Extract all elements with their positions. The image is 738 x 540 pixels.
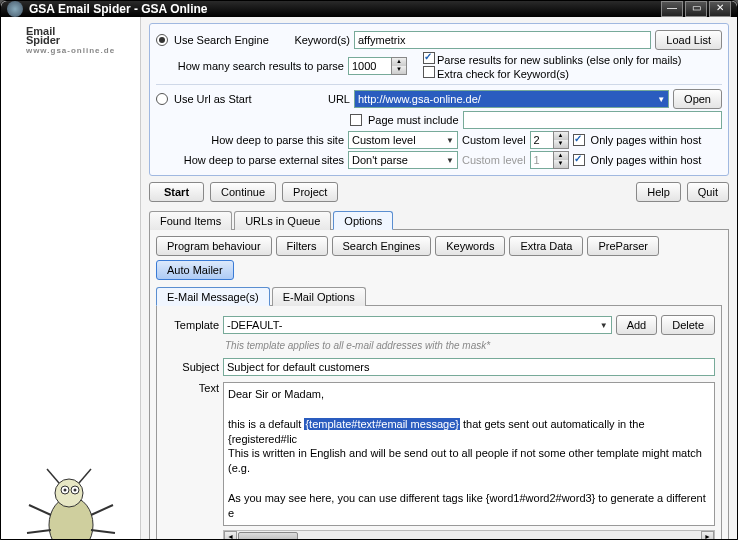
spin-up-icon[interactable]: ▲ — [392, 58, 406, 66]
main-panel: Use Search Engine Keyword(s) Load List H… — [141, 17, 737, 540]
only-host1-checkbox[interactable] — [573, 134, 585, 146]
scroll-thumb[interactable] — [238, 532, 298, 540]
program-behaviour-button[interactable]: Program behaviour — [156, 236, 272, 256]
url-label: URL — [286, 93, 350, 105]
source-group: Use Search Engine Keyword(s) Load List H… — [149, 23, 729, 176]
deep-site-label: How deep to parse this site — [156, 134, 344, 146]
horizontal-scrollbar[interactable]: ◄ ► — [223, 530, 715, 540]
scroll-left-icon[interactable]: ◄ — [224, 531, 237, 540]
svg-line-6 — [47, 469, 59, 483]
use-url-radio[interactable] — [156, 93, 168, 105]
keyword-input[interactable] — [354, 31, 651, 49]
project-button[interactable]: Project — [282, 182, 338, 202]
deep-site-combo[interactable]: Custom level▼ — [348, 131, 458, 149]
deep-ext-combo[interactable]: Don't parse▼ — [348, 151, 458, 169]
only-host1-label: Only pages within host — [591, 134, 702, 146]
add-button[interactable]: Add — [616, 315, 658, 335]
quit-button[interactable]: Quit — [687, 182, 729, 202]
page-include-label: Page must include — [368, 114, 459, 126]
minimize-button[interactable]: — — [661, 1, 683, 17]
app-icon — [7, 1, 23, 17]
extra-check-label: Extra check for Keyword(s) — [437, 68, 569, 80]
custom-level1-label: Custom level — [462, 134, 526, 146]
svg-point-4 — [63, 488, 66, 491]
tab-options[interactable]: Options — [333, 211, 393, 230]
action-bar: Start Continue Project Help Quit — [149, 182, 729, 202]
logo-line2: Spider — [26, 36, 115, 45]
auto-mailer-button[interactable]: Auto Mailer — [156, 260, 234, 280]
only-host2-label: Only pages within host — [591, 154, 702, 166]
svg-point-1 — [55, 479, 83, 507]
help-button[interactable]: Help — [636, 182, 681, 202]
text-label: Text — [163, 382, 219, 394]
custom-level2-label: Custom level — [462, 154, 526, 166]
template-hint: This template applies to all e-mail addr… — [163, 338, 715, 355]
tab-urls-queue[interactable]: URLs in Queue — [234, 211, 331, 230]
body-highlight: {template#text#email message} — [304, 418, 459, 430]
continue-button[interactable]: Continue — [210, 182, 276, 202]
mailer-subtabs: E-Mail Message(s) E-Mail Options — [156, 286, 722, 306]
mascot-image — [21, 455, 121, 540]
results-input[interactable] — [348, 57, 392, 75]
load-list-button[interactable]: Load List — [655, 30, 722, 50]
url-combo[interactable]: http://www.gsa-online.de/▼ — [354, 90, 669, 108]
spin-down-icon[interactable]: ▼ — [392, 66, 406, 74]
preparser-button[interactable]: PreParser — [587, 236, 659, 256]
keywords-button[interactable]: Keywords — [435, 236, 505, 256]
subject-label: Subject — [163, 361, 219, 373]
page-include-input[interactable] — [463, 111, 723, 129]
window-title: GSA Email Spider - GSA Online — [29, 2, 659, 16]
results-spinner[interactable]: ▲▼ — [348, 57, 407, 75]
close-button[interactable]: ✕ — [709, 1, 731, 17]
titlebar[interactable]: GSA Email Spider - GSA Online — ▭ ✕ — [1, 1, 737, 17]
options-pane: Program behaviour Filters Search Engines… — [149, 230, 729, 540]
subject-input[interactable] — [223, 358, 715, 376]
use-url-label: Use Url as Start — [174, 93, 282, 105]
sidebar: Email Spider www.gsa-online.de 4.95 — [1, 17, 141, 540]
search-engines-button[interactable]: Search Engines — [332, 236, 432, 256]
svg-point-5 — [73, 488, 76, 491]
parse-sublinks-checkbox[interactable] — [423, 52, 435, 64]
svg-line-7 — [79, 469, 91, 483]
logo-url: www.gsa-online.de — [26, 48, 115, 55]
extra-check-checkbox[interactable] — [423, 66, 435, 78]
custom-level2-spinner: ▲▼ — [530, 151, 569, 169]
parse-sublinks-label: Parse results for new sublinks (else onl… — [437, 54, 682, 66]
subtab-messages[interactable]: E-Mail Message(s) — [156, 287, 270, 306]
page-include-checkbox[interactable] — [350, 114, 362, 126]
tab-found-items[interactable]: Found Items — [149, 211, 232, 230]
deep-ext-label: How deep to parse external sites — [156, 154, 344, 166]
scroll-right-icon[interactable]: ► — [701, 531, 714, 540]
url-value: http://www.gsa-online.de/ — [358, 93, 481, 105]
only-host2-checkbox[interactable] — [573, 154, 585, 166]
use-search-engine-label: Use Search Engine — [174, 34, 282, 46]
open-button[interactable]: Open — [673, 89, 722, 109]
main-tabs: Found Items URLs in Queue Options — [149, 210, 729, 230]
app-window: GSA Email Spider - GSA Online — ▭ ✕ Emai… — [0, 0, 738, 540]
custom-level1-spinner[interactable]: ▲▼ — [530, 131, 569, 149]
template-combo[interactable]: -DEFAULT-▼ — [223, 316, 612, 334]
logo: Email Spider www.gsa-online.de — [22, 23, 119, 58]
start-button[interactable]: Start — [149, 182, 204, 202]
extra-data-button[interactable]: Extra Data — [509, 236, 583, 256]
delete-button[interactable]: Delete — [661, 315, 715, 335]
subtab-options[interactable]: E-Mail Options — [272, 287, 366, 306]
keyword-label: Keyword(s) — [286, 34, 350, 46]
template-label: Template — [163, 319, 219, 331]
use-search-engine-radio[interactable] — [156, 34, 168, 46]
option-buttons: Program behaviour Filters Search Engines… — [156, 236, 722, 280]
body: Email Spider www.gsa-online.de 4.95 U — [1, 17, 737, 540]
body-textarea[interactable]: Dear Sir or Madam, this is a default {te… — [223, 382, 715, 526]
filters-button[interactable]: Filters — [276, 236, 328, 256]
messages-pane: Template -DEFAULT-▼ Add Delete This temp… — [156, 306, 722, 540]
results-label: How many search results to parse — [156, 60, 344, 72]
maximize-button[interactable]: ▭ — [685, 1, 707, 17]
